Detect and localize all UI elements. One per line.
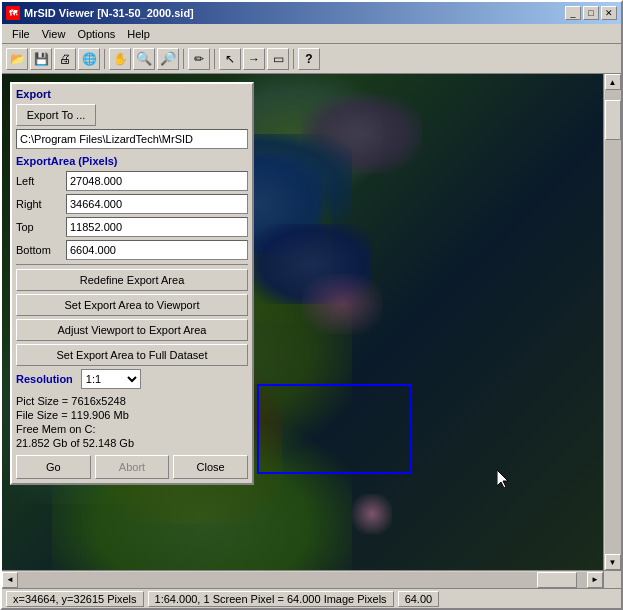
arrow-up-button[interactable]: ↖	[219, 48, 241, 70]
zoom-out-icon: 🔎	[160, 51, 176, 66]
help-icon: ?	[305, 52, 312, 66]
menu-file[interactable]: File	[6, 26, 36, 42]
bottom-field-row: Bottom	[16, 240, 248, 260]
free-mem-value: 21.852 Gb of 52.148 Gb	[16, 437, 248, 449]
map-highlight2	[352, 494, 392, 534]
resolution-row: Resolution 1:1 1:2 1:4 1:8	[16, 369, 248, 389]
menu-options[interactable]: Options	[71, 26, 121, 42]
help-button[interactable]: ?	[298, 48, 320, 70]
pencil-button[interactable]: ✏	[188, 48, 210, 70]
arrow-right-button[interactable]: →	[243, 48, 265, 70]
map-highlight	[302, 274, 382, 334]
bottom-input[interactable]	[66, 240, 248, 260]
abort-button[interactable]: Abort	[95, 455, 170, 479]
zoom-display: 64.00	[398, 591, 440, 607]
right-input[interactable]	[66, 194, 248, 214]
resolution-select[interactable]: 1:1 1:2 1:4 1:8	[81, 369, 141, 389]
globe-button[interactable]: 🌐	[78, 48, 100, 70]
scroll-track-vertical[interactable]	[605, 90, 621, 554]
pencil-icon: ✏	[194, 52, 204, 66]
separator-3	[214, 49, 215, 69]
export-area-label: ExportArea (Pixels)	[16, 155, 248, 167]
arrow-up-icon: ↖	[225, 52, 235, 66]
selection-rectangle	[257, 384, 412, 474]
bottom-label: Bottom	[16, 244, 66, 256]
scroll-thumb-horizontal[interactable]	[537, 572, 577, 588]
resolution-label: Resolution	[16, 373, 73, 385]
scale-display: 1:64.000, 1 Screen Pixel = 64.000 Image …	[148, 591, 394, 607]
open-icon: 📂	[10, 52, 25, 66]
export-dialog: Export Export To ... ExportArea (Pixels)…	[10, 82, 254, 485]
menu-view[interactable]: View	[36, 26, 72, 42]
close-dialog-button[interactable]: Close	[173, 455, 248, 479]
divider-1	[16, 264, 248, 265]
bottom-buttons: Go Abort Close	[16, 455, 248, 479]
scroll-right-button[interactable]: ►	[587, 572, 603, 588]
free-mem-label: Free Mem on C:	[16, 423, 248, 435]
zoom-in-button[interactable]: 🔍	[133, 48, 155, 70]
arrow-right-icon: →	[248, 52, 260, 66]
hand-button[interactable]: ✋	[109, 48, 131, 70]
title-bar: 🗺 MrSID Viewer [N-31-50_2000.sid] _ □ ✕	[2, 2, 621, 24]
print-icon: 🖨	[59, 52, 71, 66]
pict-size-text: Pict Size = 7616x5248	[16, 395, 248, 407]
open-button[interactable]: 📂	[6, 48, 28, 70]
horizontal-scrollbar: ◄ ►	[2, 570, 603, 588]
window-title: MrSID Viewer [N-31-50_2000.sid]	[24, 7, 194, 19]
main-window: 🗺 MrSID Viewer [N-31-50_2000.sid] _ □ ✕ …	[0, 0, 623, 610]
rect-icon: ▭	[273, 52, 284, 66]
rect-button[interactable]: ▭	[267, 48, 289, 70]
go-button[interactable]: Go	[16, 455, 91, 479]
separator-2	[183, 49, 184, 69]
mouse-cursor	[497, 470, 513, 490]
title-bar-left: 🗺 MrSID Viewer [N-31-50_2000.sid]	[6, 6, 194, 20]
close-button[interactable]: ✕	[601, 6, 617, 20]
scroll-thumb-vertical[interactable]	[605, 100, 621, 140]
export-to-button[interactable]: Export To ...	[16, 104, 96, 126]
scroll-up-button[interactable]: ▲	[605, 74, 621, 90]
save-icon: 💾	[34, 52, 49, 66]
minimize-button[interactable]: _	[565, 6, 581, 20]
menu-help[interactable]: Help	[121, 26, 156, 42]
print-button[interactable]: 🖨	[54, 48, 76, 70]
left-label: Left	[16, 175, 66, 187]
toolbar: 📂 💾 🖨 🌐 ✋ 🔍 🔎 ✏ ↖ → ▭ ?	[2, 44, 621, 74]
vertical-scrollbar: ▲ ▼	[603, 74, 621, 570]
redefine-export-button[interactable]: Redefine Export Area	[16, 269, 248, 291]
right-label: Right	[16, 198, 66, 210]
scrollbar-corner	[603, 570, 621, 588]
scroll-left-button[interactable]: ◄	[2, 572, 18, 588]
coordinates-display: x=34664, y=32615 Pixels	[6, 591, 144, 607]
left-field-row: Left	[16, 171, 248, 191]
save-button[interactable]: 💾	[30, 48, 52, 70]
dialog-title: Export	[16, 88, 248, 100]
maximize-button[interactable]: □	[583, 6, 599, 20]
globe-icon: 🌐	[82, 52, 97, 66]
left-input[interactable]	[66, 171, 248, 191]
set-full-dataset-button[interactable]: Set Export Area to Full Dataset	[16, 344, 248, 366]
separator-4	[293, 49, 294, 69]
hand-icon: ✋	[113, 52, 128, 66]
zoom-out-button[interactable]: 🔎	[157, 48, 179, 70]
export-path-field[interactable]	[16, 129, 248, 149]
file-size-text: File Size = 119.906 Mb	[16, 409, 248, 421]
top-label: Top	[16, 221, 66, 233]
scroll-track-horizontal[interactable]	[18, 572, 587, 588]
scroll-down-button[interactable]: ▼	[605, 554, 621, 570]
menu-bar: File View Options Help	[2, 24, 621, 44]
title-controls: _ □ ✕	[565, 6, 617, 20]
status-bar: x=34664, y=32615 Pixels 1:64.000, 1 Scre…	[2, 588, 621, 608]
top-input[interactable]	[66, 217, 248, 237]
right-field-row: Right	[16, 194, 248, 214]
main-area: ▲ ▼ ◄ ► Export Export To ... ExportArea …	[2, 74, 621, 588]
separator-1	[104, 49, 105, 69]
adjust-viewport-button[interactable]: Adjust Viewport to Export Area	[16, 319, 248, 341]
app-icon: 🗺	[6, 6, 20, 20]
set-viewport-button[interactable]: Set Export Area to Viewport	[16, 294, 248, 316]
zoom-in-icon: 🔍	[136, 51, 152, 66]
top-field-row: Top	[16, 217, 248, 237]
